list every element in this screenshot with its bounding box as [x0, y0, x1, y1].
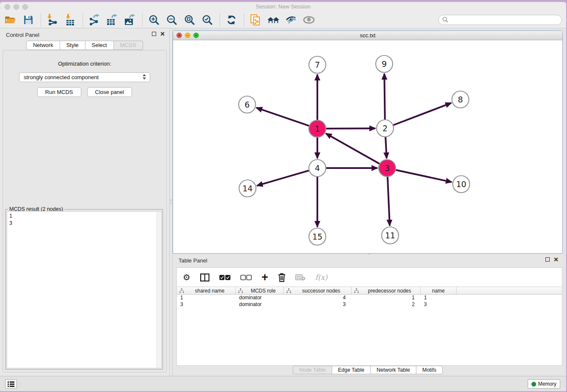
- save-icon[interactable]: [22, 14, 35, 26]
- node-2[interactable]: 2: [377, 120, 394, 137]
- zoom-out-icon[interactable]: [165, 14, 178, 26]
- close-panel-icon[interactable]: ✕: [160, 32, 165, 36]
- node-6[interactable]: 6: [239, 96, 256, 113]
- split-pane-icon[interactable]: [200, 272, 209, 283]
- import-network-icon[interactable]: [46, 14, 59, 26]
- refresh-icon[interactable]: [225, 14, 238, 26]
- deselect-all-checkboxes-icon[interactable]: [240, 272, 252, 283]
- cell-predecessor-nodes[interactable]: 2: [352, 301, 421, 308]
- mcds-result-text[interactable]: 13: [7, 211, 162, 368]
- tab-select[interactable]: Select: [85, 41, 114, 50]
- edge-4-14[interactable]: [257, 171, 309, 186]
- column-header-shared-name[interactable]: shared name: [177, 287, 236, 294]
- result-scrollbar[interactable]: [157, 212, 161, 368]
- splitter-grip: [170, 199, 172, 201]
- result-line: 3: [9, 220, 159, 227]
- network-window-title: scc.txt: [173, 32, 562, 39]
- float-panel-icon[interactable]: [152, 32, 156, 36]
- destroy-table-icon[interactable]: [295, 272, 306, 283]
- tab-network-table[interactable]: Network Table: [371, 366, 416, 374]
- node-1[interactable]: 1: [309, 120, 326, 137]
- table-row[interactable]: 1dominator411: [177, 295, 562, 301]
- run-mcds-button[interactable]: Run MCDS: [37, 87, 81, 97]
- search-icon: [442, 17, 449, 23]
- edge-2-9[interactable]: [384, 74, 385, 119]
- cell-predecessor-nodes[interactable]: 1: [352, 295, 421, 301]
- node-4[interactable]: 4: [309, 160, 326, 177]
- cell-MCDS-role[interactable]: dominator: [236, 301, 284, 308]
- close-table-panel-icon[interactable]: ✕: [553, 257, 559, 262]
- node-7[interactable]: 7: [309, 56, 326, 73]
- open-file-icon[interactable]: [4, 14, 17, 26]
- column-header-MCDS-role[interactable]: MCDS role: [236, 287, 284, 294]
- apply-function-icon[interactable]: f(x): [315, 272, 328, 283]
- table-panel: Table Panel ✕ ⚙ +: [173, 254, 563, 374]
- node-15[interactable]: 15: [309, 228, 326, 245]
- mcds-result-group: MCDS result (2 nodes) 13: [6, 209, 163, 370]
- cell-successor-nodes[interactable]: 4: [284, 295, 352, 301]
- tab-edge-table[interactable]: Edge Table: [332, 366, 371, 374]
- optimization-criterion-select[interactable]: strongly connected component: [19, 72, 150, 82]
- cell-name[interactable]: 1: [421, 295, 457, 301]
- tab-style[interactable]: Style: [60, 41, 85, 50]
- zoom-fit-icon[interactable]: [183, 14, 196, 26]
- control-panel: Control Panel ✕ NetworkStyleSelectMCDS O…: [0, 29, 169, 376]
- zoom-in-icon[interactable]: [148, 14, 160, 26]
- edge-1-2[interactable]: [326, 128, 375, 129]
- edge-2-8[interactable]: [394, 103, 451, 125]
- table-row[interactable]: 3dominator323: [177, 301, 562, 308]
- toolbar-separator: [244, 14, 244, 26]
- node-label: 8: [458, 95, 463, 104]
- window-title: Session: New Session: [0, 3, 566, 10]
- table-settings-icon[interactable]: ⚙: [183, 272, 190, 283]
- tab-motifs[interactable]: Motifs: [416, 366, 443, 374]
- node-3[interactable]: 3: [379, 160, 396, 177]
- show-all-icon[interactable]: [303, 14, 315, 26]
- cell-shared-name[interactable]: 1: [177, 295, 236, 301]
- edge-3-1[interactable]: [326, 133, 380, 163]
- list-icon: [8, 381, 14, 387]
- task-history-button[interactable]: [5, 379, 17, 389]
- tab-network[interactable]: Network: [26, 41, 60, 50]
- close-panel-button[interactable]: Close panel: [87, 87, 132, 97]
- tab-node-table[interactable]: Node Table: [293, 366, 332, 374]
- tab-mcds[interactable]: MCDS: [114, 41, 143, 50]
- delete-column-icon[interactable]: [278, 272, 286, 283]
- cell-successor-nodes[interactable]: 3: [284, 301, 352, 308]
- search-box[interactable]: [438, 15, 562, 25]
- vertical-splitter[interactable]: [169, 29, 173, 376]
- float-table-panel-icon[interactable]: [545, 257, 550, 262]
- node-14[interactable]: 14: [239, 180, 256, 197]
- export-image-icon[interactable]: [124, 14, 136, 26]
- node-10[interactable]: 10: [453, 176, 470, 193]
- import-table-icon[interactable]: [64, 14, 77, 26]
- select-all-checkboxes-icon[interactable]: [219, 272, 231, 283]
- search-input[interactable]: [449, 17, 558, 23]
- column-header-name[interactable]: name: [421, 287, 457, 294]
- edge-2-3[interactable]: [385, 137, 387, 158]
- export-table-icon[interactable]: [106, 14, 118, 26]
- node-9[interactable]: 9: [376, 55, 393, 72]
- cell-MCDS-role[interactable]: dominator: [236, 295, 284, 301]
- cell-shared-name[interactable]: 3: [177, 301, 236, 308]
- network-canvas[interactable]: 7968124314101511: [173, 41, 562, 253]
- column-header-predecessor-nodes[interactable]: predecessor nodes: [352, 287, 421, 294]
- cell-name[interactable]: 3: [421, 301, 457, 308]
- edge-3-11[interactable]: [388, 177, 390, 226]
- export-network-icon[interactable]: [88, 14, 101, 26]
- add-column-icon[interactable]: +: [261, 272, 268, 283]
- node-11[interactable]: 11: [382, 227, 399, 244]
- edge-3-10[interactable]: [396, 170, 452, 182]
- home-neighbors-icon[interactable]: [267, 14, 280, 26]
- edge-1-6[interactable]: [256, 108, 309, 126]
- column-header-successor-nodes[interactable]: successor nodes: [284, 287, 352, 294]
- hide-selected-icon[interactable]: [285, 14, 297, 26]
- zoom-selected-icon[interactable]: [201, 14, 214, 26]
- node-label: 11: [385, 231, 395, 240]
- node-8[interactable]: 8: [452, 91, 469, 108]
- toolbar-separator: [142, 14, 143, 26]
- clone-network-icon[interactable]: [249, 14, 262, 26]
- app-window: Session: New Session: [0, 2, 566, 391]
- node-label: 10: [456, 179, 466, 189]
- memory-button[interactable]: Memory: [528, 379, 560, 389]
